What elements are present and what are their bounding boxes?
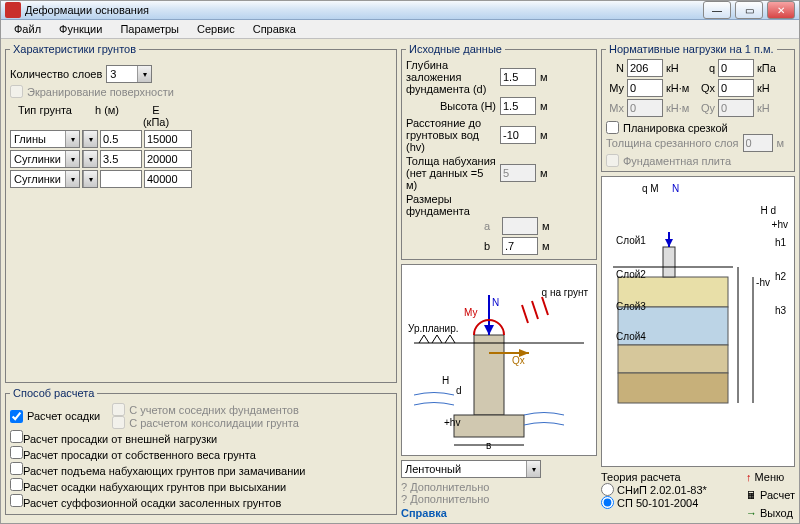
soil-h-input-1[interactable] xyxy=(100,150,142,168)
diagram-foundation: q на грунт Ур.планир. Му N Qх H d +hv в xyxy=(401,264,597,456)
svg-rect-0 xyxy=(474,335,504,415)
theory-sp-radio[interactable] xyxy=(601,496,614,509)
plan-cut-checkbox[interactable] xyxy=(606,121,619,134)
a-input xyxy=(502,217,538,235)
init-legend: Исходные данные xyxy=(406,43,505,55)
extra-link-1: Дополнительно xyxy=(410,481,489,493)
soil-type-select-1[interactable]: Суглинки▾ xyxy=(10,150,80,168)
Qy-input xyxy=(718,99,754,117)
window-title: Деформации основания xyxy=(25,4,703,16)
soil-h-input-2[interactable] xyxy=(100,170,142,188)
soil-e-input-2[interactable] xyxy=(144,170,192,188)
soil-h-input-0[interactable] xyxy=(100,130,142,148)
b-input[interactable] xyxy=(502,237,538,255)
q-input[interactable] xyxy=(718,59,754,77)
svg-rect-1 xyxy=(454,415,524,437)
extra-link-2: Дополнительно xyxy=(410,493,489,505)
hv-input[interactable] xyxy=(500,126,536,144)
N-input[interactable] xyxy=(627,59,663,77)
chevron-down-icon: ▾ xyxy=(65,171,79,187)
d-input[interactable] xyxy=(500,68,536,86)
init-group: Исходные данные Глубина заложения фундам… xyxy=(401,43,597,260)
menu-functions[interactable]: Функции xyxy=(50,20,111,38)
svg-rect-9 xyxy=(618,373,728,403)
hdr-h: h (м) xyxy=(86,104,128,128)
soil-extra-select-1[interactable]: ▾ xyxy=(82,150,98,168)
hv-label: Расстояние до грунтовых вод (hv) xyxy=(406,117,496,153)
app-icon xyxy=(5,2,21,18)
soil-type-select-2[interactable]: Суглинки▾ xyxy=(10,170,80,188)
Mx-input xyxy=(627,99,663,117)
swell-input xyxy=(500,164,536,182)
chevron-down-icon: ▾ xyxy=(137,66,151,82)
loads-group: Нормативные нагрузки на 1 п.м. NкН qкПа … xyxy=(601,43,795,172)
minimize-button[interactable]: — xyxy=(703,1,731,19)
calc-self-checkbox[interactable] xyxy=(10,446,23,459)
hdr-e: E (кПа) xyxy=(134,104,178,128)
arrow-right-icon: → xyxy=(746,507,757,519)
maximize-button[interactable]: ▭ xyxy=(735,1,763,19)
theory-snip-radio[interactable] xyxy=(601,483,614,496)
loads-legend: Нормативные нагрузки на 1 п.м. xyxy=(606,43,777,55)
hdr-type: Тип грунта xyxy=(10,104,80,128)
chevron-down-icon: ▾ xyxy=(65,131,79,147)
h-input[interactable] xyxy=(500,97,536,115)
svg-rect-10 xyxy=(663,247,675,277)
arrow-up-icon: ↑ xyxy=(746,471,752,483)
soil-group: Характеристики грунтов Количество слоев … xyxy=(5,43,397,383)
soil-e-input-1[interactable] xyxy=(144,150,192,168)
exit-button[interactable]: →Выход xyxy=(746,507,795,519)
menu-help[interactable]: Справка xyxy=(244,20,305,38)
theory-label: Теория расчета xyxy=(601,471,707,483)
d-label: Глубина заложения фундамента (d) xyxy=(406,59,496,95)
soil-extra-select-2[interactable]: ▾ xyxy=(82,170,98,188)
soil-e-input-0[interactable] xyxy=(144,130,192,148)
soil-extra-select-0[interactable]: ▾ xyxy=(82,130,98,148)
calc-consolidation-checkbox xyxy=(112,416,125,429)
diagram-layers: q M N H d +hv Слой1 Слой2 Слой3 Слой4 h1… xyxy=(601,176,795,467)
foundation-type-select[interactable]: Ленточный▾ xyxy=(401,460,541,478)
My-input[interactable] xyxy=(627,79,663,97)
calc-swell-checkbox[interactable] xyxy=(10,462,23,475)
cut-thk-label: Толщина срезанного слоя xyxy=(606,137,739,149)
calc-suff-checkbox[interactable] xyxy=(10,494,23,507)
calc-button[interactable]: 🖩Расчет xyxy=(746,489,795,501)
calculator-icon: 🖩 xyxy=(746,489,757,501)
menubar: Файл Функции Параметры Сервис Справка xyxy=(1,20,799,39)
h-label: Высота (H) xyxy=(406,100,496,112)
layers-label: Количество слоев xyxy=(10,68,102,80)
chevron-down-icon: ▾ xyxy=(83,151,97,167)
svg-rect-8 xyxy=(618,345,728,373)
chevron-down-icon: ▾ xyxy=(526,461,540,477)
plate-checkbox xyxy=(606,154,619,167)
dims-label: Размеры фундамента xyxy=(406,193,496,217)
shield-label: Экранирование поверхности xyxy=(27,86,174,98)
menu-parameters[interactable]: Параметры xyxy=(111,20,188,38)
chevron-down-icon: ▾ xyxy=(65,151,79,167)
calc-group: Способ расчета Расчет осадки С учетом со… xyxy=(5,387,397,515)
chevron-down-icon: ▾ xyxy=(83,171,97,187)
chevron-down-icon: ▾ xyxy=(83,131,97,147)
calc-settlement-checkbox[interactable] xyxy=(10,410,23,423)
soil-type-select-0[interactable]: Глины▾ xyxy=(10,130,80,148)
shield-checkbox xyxy=(10,85,23,98)
close-button[interactable]: ✕ xyxy=(767,1,795,19)
menu-button[interactable]: ↑Меню xyxy=(746,471,795,483)
calc-dry-checkbox[interactable] xyxy=(10,478,23,491)
layers-select[interactable]: 3▾ xyxy=(106,65,152,83)
calc-neighbor-checkbox xyxy=(112,403,125,416)
Qx-input[interactable] xyxy=(718,79,754,97)
soil-legend: Характеристики грунтов xyxy=(10,43,139,55)
menu-service[interactable]: Сервис xyxy=(188,20,244,38)
menu-file[interactable]: Файл xyxy=(5,20,50,38)
cut-thk-input xyxy=(743,134,773,152)
calc-ext-checkbox[interactable] xyxy=(10,430,23,443)
titlebar[interactable]: Деформации основания — ▭ ✕ xyxy=(1,1,799,20)
swell-label: Толща набухания (нет данных =5 м) xyxy=(406,155,496,191)
calc-legend: Способ расчета xyxy=(10,387,97,399)
help-link[interactable]: Справка xyxy=(401,507,597,519)
